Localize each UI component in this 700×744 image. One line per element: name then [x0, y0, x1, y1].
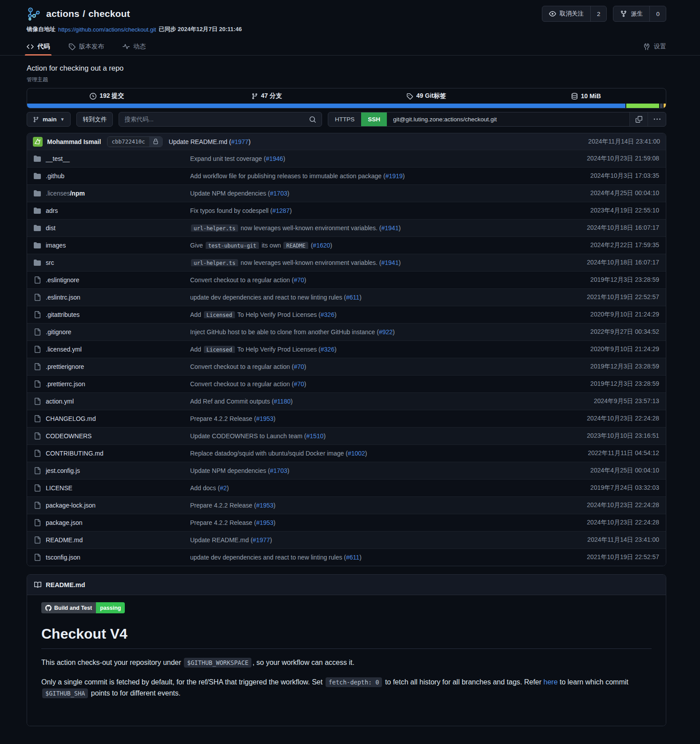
- more-clone-options-button[interactable]: [648, 112, 666, 126]
- tab-code[interactable]: 代码: [27, 38, 50, 55]
- text-segment: update dev dependencies and react to new…: [190, 294, 346, 301]
- goto-file-button[interactable]: 转到文件: [76, 112, 113, 127]
- manage-topics-link[interactable]: 管理主题: [27, 76, 48, 84]
- file-name-link[interactable]: .github: [46, 172, 64, 180]
- file-commit-message: Inject GitHub host to be able to clone f…: [190, 328, 584, 336]
- issue-link[interactable]: #1287: [272, 207, 290, 214]
- github-icon: [45, 605, 52, 611]
- avatar[interactable]: [33, 137, 43, 147]
- file-name-link[interactable]: package-lock.json: [46, 502, 95, 509]
- mirror-url-link[interactable]: https://github.com/actions/checkout.git: [58, 26, 156, 33]
- file-name-link[interactable]: .prettierignore: [46, 363, 84, 370]
- issue-link[interactable]: #1953: [256, 519, 274, 526]
- issue-link[interactable]: #1703: [270, 467, 287, 474]
- clone-url-input[interactable]: [387, 112, 629, 126]
- text-segment: .gitattributes: [46, 311, 80, 318]
- repo-owner-link[interactable]: actions: [46, 8, 80, 19]
- issue-link[interactable]: #70: [294, 276, 304, 284]
- issue-link[interactable]: #922: [379, 328, 393, 336]
- tab-releases[interactable]: 版本发布: [68, 38, 104, 55]
- unwatch-button[interactable]: 取消关注 2: [542, 6, 607, 22]
- file-commit-message: Convert checkout to a regular action (#7…: [190, 380, 584, 388]
- table-row: package-lock.json Prepare 4.2.2 Release …: [27, 496, 666, 514]
- ssh-clone-button[interactable]: SSH: [361, 112, 387, 126]
- stat-tags[interactable]: 49 Git标签: [346, 88, 506, 104]
- text-segment: Add Ref and Commit outputs (: [190, 398, 274, 405]
- file-name-link[interactable]: .eslintignore: [46, 276, 80, 284]
- https-clone-button[interactable]: HTTPS: [328, 112, 361, 126]
- issue-link[interactable]: #1946: [266, 155, 283, 162]
- forks-count[interactable]: 0: [649, 6, 666, 21]
- file-name-link[interactable]: action.yml: [46, 398, 74, 405]
- file-name-link[interactable]: README.md: [46, 536, 83, 544]
- issue-link[interactable]: #1941: [382, 224, 399, 232]
- issue-link[interactable]: #70: [294, 380, 304, 388]
- file-name-link[interactable]: .gitattributes: [46, 311, 80, 318]
- issue-link[interactable]: #1953: [256, 415, 274, 422]
- file-name-link[interactable]: package.json: [46, 519, 83, 526]
- issue-link[interactable]: #70: [294, 363, 304, 370]
- file-name-link[interactable]: .licenses/npm: [46, 190, 85, 197]
- file-commit-message: Prepare 4.2.2 Release (#1953): [190, 519, 581, 526]
- issue-link[interactable]: #1180: [274, 398, 290, 405]
- file-name-link[interactable]: jest.config.js: [46, 467, 80, 474]
- tab-activity[interactable]: 动态: [123, 38, 146, 55]
- file-name-link[interactable]: CONTRIBUTING.md: [46, 450, 103, 457]
- issue-link[interactable]: #1977: [231, 138, 248, 145]
- fork-button[interactable]: 派生 0: [613, 6, 666, 22]
- issue-link[interactable]: #1703: [270, 190, 287, 197]
- branch-selector[interactable]: main ▼: [27, 112, 71, 127]
- text-segment: __test__: [46, 155, 70, 162]
- issue-link[interactable]: #611: [346, 294, 359, 301]
- file-name-link[interactable]: src: [46, 259, 54, 266]
- issue-link[interactable]: #2: [220, 484, 227, 492]
- file-name-link[interactable]: LICENSE: [46, 484, 72, 492]
- watchers-count[interactable]: 2: [590, 6, 607, 21]
- issue-link[interactable]: #611: [346, 554, 359, 561]
- file-name-link[interactable]: CHANGELOG.md: [46, 415, 96, 422]
- issue-link[interactable]: #1977: [253, 536, 270, 544]
- issue-link[interactable]: #1953: [256, 502, 274, 509]
- file-name-link[interactable]: __test__: [46, 155, 70, 162]
- text-segment: ): [304, 276, 306, 284]
- file-icon: [34, 432, 41, 440]
- file-icon: [34, 311, 41, 318]
- issue-link[interactable]: #1919: [386, 172, 403, 180]
- file-name-link[interactable]: CODEOWNERS: [46, 432, 91, 440]
- table-row: __test__ Expand unit test coverage (#194…: [27, 150, 666, 167]
- issue-link[interactable]: #1620: [313, 242, 330, 249]
- issue-link[interactable]: here: [544, 678, 558, 686]
- issue-link[interactable]: #1941: [382, 259, 399, 266]
- copy-url-button[interactable]: [629, 112, 648, 126]
- file-commit-message: url-helper.ts now leverages well-known e…: [190, 224, 581, 232]
- tab-settings[interactable]: 设置: [643, 38, 666, 55]
- search-input[interactable]: [124, 116, 309, 123]
- file-name-link[interactable]: .licensed.yml: [46, 346, 82, 353]
- stat-branches[interactable]: 47 分支: [187, 88, 347, 104]
- repo-name-link[interactable]: checkout: [88, 8, 130, 19]
- issue-link[interactable]: #1510: [306, 432, 323, 440]
- issue-link[interactable]: #326: [321, 346, 334, 353]
- file-commit-message: Convert checkout to a regular action (#7…: [190, 363, 584, 370]
- folder-icon: [34, 259, 41, 266]
- file-name-link[interactable]: adrs: [46, 207, 58, 214]
- search-icon[interactable]: [309, 116, 316, 123]
- file-name-link[interactable]: .prettierrc.json: [46, 380, 85, 388]
- repo-size-label: 10 MiB: [581, 92, 601, 100]
- file-name-link[interactable]: images: [46, 242, 66, 249]
- chevron-down-icon: ▼: [60, 117, 65, 122]
- stat-commits[interactable]: 192 提交: [27, 88, 187, 104]
- commit-hash-badge[interactable]: cbb722410c: [107, 136, 162, 147]
- file-name-link[interactable]: dist: [46, 224, 56, 232]
- file-name-link[interactable]: .eslintrc.json: [46, 294, 80, 301]
- inline-code: Licensed: [204, 346, 235, 353]
- issue-link[interactable]: #1002: [348, 450, 365, 457]
- tab-activity-label: 动态: [133, 43, 146, 51]
- file-name-link[interactable]: .gitignore: [46, 328, 72, 336]
- inline-code: test-ubuntu-git: [206, 242, 259, 249]
- language-bar[interactable]: [27, 104, 666, 108]
- file-name-link[interactable]: tsconfig.json: [46, 554, 80, 561]
- ci-status-badge[interactable]: Build and Test passing: [41, 602, 125, 613]
- issue-link[interactable]: #326: [321, 311, 334, 318]
- file-commit-date: 2020年9月10日 21:24:29: [590, 345, 659, 353]
